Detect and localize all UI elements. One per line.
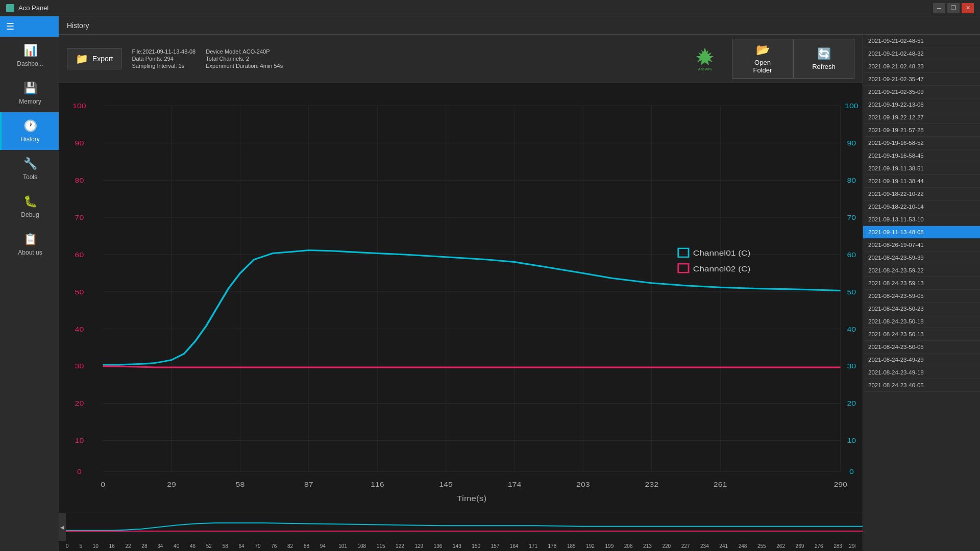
file-list-item[interactable]: 2021-09-18-22-10-14 [863,201,980,213]
svg-text:108: 108 [357,543,366,549]
window-controls: ─ ❐ ✕ [933,3,974,13]
svg-text:20: 20 [75,400,84,408]
file-list-item[interactable]: 2021-09-19-16-58-52 [863,137,980,149]
file-list-item[interactable]: 2021-08-24-23-49-18 [863,366,980,379]
file-list-item[interactable]: 2021-09-21-02-35-47 [863,73,980,86]
svg-text:122: 122 [396,543,404,549]
hamburger-icon[interactable]: ☰ [6,21,14,32]
file-list-item[interactable]: 2021-09-19-11-38-44 [863,175,980,188]
sidebar-item-tools[interactable]: 🔧 Tools [0,150,59,188]
svg-text:60: 60 [847,251,856,259]
svg-text:46: 46 [190,543,195,549]
about-icon: 📋 [23,233,37,246]
svg-text:50: 50 [847,288,856,296]
title-bar: Aco Panel ─ ❐ ✕ [0,0,980,16]
svg-text:40: 40 [75,325,84,333]
sidebar-header[interactable]: ☰ [0,16,59,37]
svg-text:80: 80 [847,177,856,184]
svg-text:10: 10 [93,543,99,549]
minimize-button[interactable]: ─ [933,3,945,13]
file-list-item[interactable]: 2021-09-13-11-53-10 [863,213,980,226]
file-list-item[interactable]: 2021-08-24-23-50-23 [863,303,980,315]
svg-text:100: 100 [845,102,859,110]
svg-text:Channel02 (C): Channel02 (C) [693,265,751,272]
svg-text:101: 101 [338,543,347,549]
open-folder-label: OpenFolder [753,59,772,74]
scroll-left-arrow[interactable]: ◀ [59,513,66,541]
svg-text:174: 174 [508,481,522,489]
sidebar-item-about[interactable]: 📋 About us [0,226,59,263]
svg-text:80: 80 [75,177,84,184]
svg-text:60: 60 [75,251,84,259]
export-button[interactable]: 📁 Export [67,48,121,69]
sidebar: ☰ 📊 Dashbo...💾 Memory🕐 History🔧 Tools🐛 D… [0,16,59,551]
file-list-item[interactable]: 2021-08-24-23-59-05 [863,290,980,303]
x-axis-labels: 0 5 10 16 22 28 34 40 46 52 58 64 70 76 [59,541,863,551]
info-header: 📁 Export File:2021-09-11-13-48-08 Data P… [59,35,863,83]
sidebar-item-dashboard[interactable]: 📊 Dashbo... [0,37,59,74]
file-list-item[interactable]: 2021-08-24-23-59-22 [863,264,980,277]
svg-rect-60 [66,513,863,541]
svg-text:0: 0 [849,468,854,475]
file-list-item[interactable]: 2021-08-24-23-40-05 [863,379,980,392]
svg-text:164: 164 [510,543,519,549]
svg-text:262: 262 [776,543,785,549]
svg-text:34: 34 [157,543,163,549]
svg-text:185: 185 [567,543,576,549]
svg-text:40: 40 [174,543,179,549]
svg-text:129: 129 [414,543,423,549]
sidebar-label-tools: Tools [23,173,37,181]
file-list-item[interactable]: 2021-09-21-02-48-51 [863,35,980,47]
sidebar-label-debug: Debug [21,211,39,218]
refresh-button[interactable]: 🔄 Refresh [793,39,854,79]
chart-section: 📁 Export File:2021-09-11-13-48-08 Data P… [59,35,863,551]
file-list-item[interactable]: 2021-09-21-02-35-09 [863,86,980,98]
svg-text:192: 192 [586,543,595,549]
svg-text:232: 232 [645,481,658,489]
file-list-item[interactable]: 2021-08-24-23-59-13 [863,277,980,290]
dashboard-icon: 📊 [23,44,37,57]
logo-area: Aco Afra [692,46,718,71]
file-list-item[interactable]: 2021-08-24-23-49-29 [863,354,980,366]
svg-text:116: 116 [371,481,384,489]
svg-text:70: 70 [75,214,84,221]
svg-text:206: 206 [624,543,633,549]
svg-text:255: 255 [757,543,766,549]
app-icon [6,4,14,12]
file-list-item[interactable]: 2021-09-19-21-57-28 [863,124,980,137]
open-folder-button[interactable]: 📂 OpenFolder [732,39,793,79]
file-list-item[interactable]: 2021-09-21-02-48-32 [863,47,980,60]
x-axis-svg: 0 5 10 16 22 28 34 40 46 52 58 64 70 76 [66,541,855,551]
tools-icon: 🔧 [23,157,37,170]
mini-chart-inner[interactable] [66,513,863,541]
file-list-item[interactable]: 2021-09-19-16-58-45 [863,149,980,162]
file-list-item[interactable]: 2021-08-24-23-50-18 [863,315,980,328]
maximize-button[interactable]: ❐ [947,3,960,13]
debug-icon: 🐛 [23,195,37,208]
file-list-item[interactable]: 2021-09-19-22-13-06 [863,98,980,111]
svg-text:64: 64 [239,543,244,549]
svg-text:30: 30 [847,363,856,370]
svg-text:94: 94 [320,543,326,549]
sidebar-item-memory[interactable]: 💾 Memory [0,74,59,112]
file-list-item[interactable]: 2021-08-24-23-50-13 [863,328,980,341]
file-list-item[interactable]: 2021-08-26-19-07-41 [863,239,980,252]
file-list-item[interactable]: 2021-08-24-23-50-05 [863,341,980,354]
svg-rect-0 [59,87,863,509]
svg-text:0: 0 [101,481,105,489]
close-button[interactable]: ✕ [962,3,974,13]
file-list-item[interactable]: 2021-09-11-13-48-08 [863,226,980,239]
file-list-item[interactable]: 2021-09-21-02-48-23 [863,60,980,73]
svg-text:40: 40 [847,325,856,333]
file-list-item[interactable]: 2021-09-18-22-10-22 [863,188,980,201]
file-list-scroll[interactable]: 2021-09-21-02-48-512021-09-21-02-48-3220… [863,35,980,551]
svg-text:157: 157 [491,543,500,549]
sidebar-item-history[interactable]: 🕐 History [0,112,59,150]
svg-text:90: 90 [75,139,84,147]
svg-text:290: 290 [849,543,855,549]
svg-text:100: 100 [72,102,86,110]
file-list-item[interactable]: 2021-08-24-23-59-39 [863,252,980,264]
sidebar-item-debug[interactable]: 🐛 Debug [0,188,59,226]
file-list-item[interactable]: 2021-09-19-22-12-27 [863,111,980,124]
file-list-item[interactable]: 2021-09-19-11-38-51 [863,162,980,175]
